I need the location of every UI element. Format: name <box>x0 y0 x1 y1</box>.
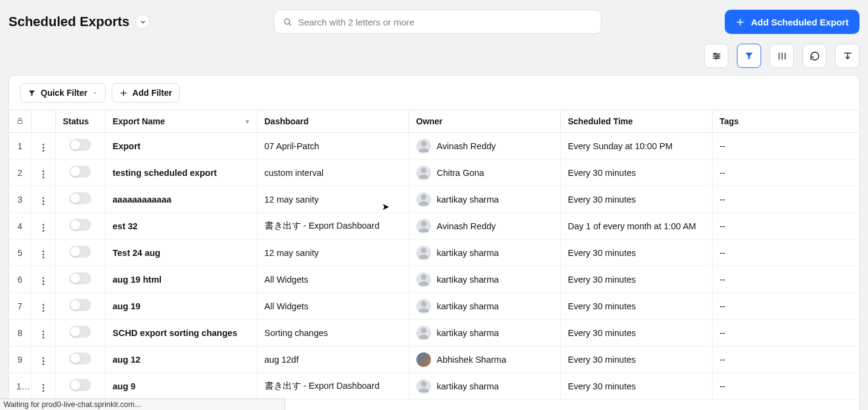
owner-cell[interactable]: kartikay sharma <box>409 373 560 400</box>
status-toggle[interactable] <box>69 139 91 151</box>
status-toggle[interactable] <box>69 219 91 231</box>
column-header-scheduled-time[interactable]: Scheduled Time <box>560 110 712 133</box>
plus-icon <box>120 89 127 97</box>
svg-point-19 <box>421 167 426 173</box>
row-actions[interactable] <box>31 160 55 186</box>
owner-cell[interactable]: kartikay sharma <box>409 320 560 346</box>
search-box[interactable] <box>274 10 602 34</box>
export-name-cell[interactable]: est 32 <box>105 213 257 240</box>
owner-cell[interactable]: kartikay sharma <box>409 266 560 293</box>
column-header-owner[interactable]: Owner <box>409 110 560 133</box>
owner-cell[interactable]: Avinash Reddy <box>409 133 560 160</box>
funnel-icon <box>28 89 36 97</box>
table-row[interactable]: 7aug 19All Widgetskartikay sharmaEvery 3… <box>9 293 859 320</box>
columns-button[interactable] <box>770 44 794 68</box>
filter-button[interactable] <box>737 44 761 68</box>
owner-cell[interactable]: Abhishek Sharma <box>409 346 560 373</box>
kebab-menu-icon[interactable] <box>40 381 47 394</box>
status-toggle[interactable] <box>69 192 91 204</box>
column-header-export-name[interactable]: Export Name ▼ <box>105 110 257 133</box>
table-row[interactable]: 4est 32書き出す - Export DashboardAvinash Re… <box>9 213 859 240</box>
column-header-status[interactable]: Status <box>55 110 105 133</box>
avatar <box>416 246 431 260</box>
row-actions[interactable] <box>31 133 55 160</box>
status-toggle[interactable] <box>69 326 91 338</box>
row-actions[interactable] <box>31 240 55 266</box>
add-filter-button[interactable]: Add Filter <box>112 83 180 102</box>
status-toggle[interactable] <box>69 246 91 258</box>
table-row[interactable]: 10aug 9書き出す - Export Dashboardkartikay s… <box>9 373 859 400</box>
table-row[interactable]: 1Export07 April-PatchAvinash ReddyEvery … <box>9 133 859 160</box>
kebab-menu-icon[interactable] <box>40 221 47 234</box>
dashboard-cell[interactable]: 12 may sanity <box>257 186 409 213</box>
export-name-cell[interactable]: aug 19 <box>105 293 257 320</box>
export-name-cell[interactable]: aug 19 html <box>105 266 257 293</box>
export-name-cell[interactable]: aug 12 <box>105 346 257 373</box>
export-name-cell[interactable]: aug 9 <box>105 373 257 400</box>
row-actions[interactable] <box>31 373 55 400</box>
kebab-menu-icon[interactable] <box>40 328 47 341</box>
row-actions[interactable] <box>31 266 55 293</box>
kebab-menu-icon[interactable] <box>40 355 47 368</box>
row-index: 10 <box>9 373 31 400</box>
row-actions[interactable] <box>31 186 55 213</box>
owner-cell[interactable]: kartikay sharma <box>409 293 560 320</box>
row-actions[interactable] <box>31 320 55 346</box>
status-toggle[interactable] <box>69 379 91 391</box>
quick-filter-label: Quick Filter <box>41 88 87 98</box>
dashboard-cell[interactable]: 書き出す - Export Dashboard <box>257 373 409 400</box>
table-row[interactable]: 6aug 19 htmlAll Widgetskartikay sharmaEv… <box>9 266 859 293</box>
kebab-menu-icon[interactable] <box>40 168 47 181</box>
dashboard-cell[interactable]: All Widgets <box>257 293 409 320</box>
row-status-cell <box>55 240 105 266</box>
row-index: 4 <box>9 213 31 240</box>
svg-point-9 <box>715 57 717 59</box>
row-actions[interactable] <box>31 293 55 320</box>
status-toggle[interactable] <box>69 166 91 178</box>
dashboard-cell[interactable]: Sorting changes <box>257 320 409 346</box>
status-toggle[interactable] <box>69 272 91 284</box>
export-download-button[interactable] <box>835 44 860 68</box>
owner-cell[interactable]: Chitra Gona <box>409 160 560 186</box>
kebab-menu-icon[interactable] <box>40 141 47 154</box>
owner-cell[interactable]: kartikay sharma <box>409 240 560 266</box>
export-name-cell[interactable]: testing scheduled export <box>105 160 257 186</box>
kebab-menu-icon[interactable] <box>40 248 47 261</box>
table-row[interactable]: 9aug 12aug 12dfAbhishek SharmaEvery 30 m… <box>9 346 859 373</box>
search-input[interactable] <box>298 17 592 27</box>
owner-cell[interactable]: Avinash Reddy <box>409 213 560 240</box>
table-row[interactable]: 5Test 24 aug12 may sanitykartikay sharma… <box>9 240 859 266</box>
dashboard-cell[interactable]: custom interval <box>257 160 409 186</box>
export-name-cell[interactable]: aaaaaaaaaaaa <box>105 186 257 213</box>
kebab-menu-icon[interactable] <box>40 301 47 314</box>
sort-indicator-icon: ▼ <box>245 118 251 125</box>
table-row[interactable]: 2testing scheduled exportcustom interval… <box>9 160 859 186</box>
dashboard-cell[interactable]: 12 may sanity <box>257 240 409 266</box>
status-toggle[interactable] <box>69 352 91 365</box>
owner-cell[interactable]: kartikay sharma <box>409 186 560 213</box>
table-row[interactable]: 3aaaaaaaaaaaa12 may sanitykartikay sharm… <box>9 186 859 213</box>
column-header-dashboard[interactable]: Dashboard <box>257 110 409 133</box>
table-row[interactable]: 8SCHD export sorting changesSorting chan… <box>9 320 859 346</box>
title-dropdown-button[interactable] <box>135 15 150 29</box>
status-toggle[interactable] <box>69 299 91 311</box>
column-header-tags[interactable]: Tags <box>712 110 859 133</box>
export-name-cell[interactable]: SCHD export sorting changes <box>105 320 257 346</box>
column-header-lock[interactable] <box>9 110 31 133</box>
dashboard-cell[interactable]: 07 April-Patch <box>257 133 409 160</box>
add-scheduled-export-button[interactable]: Add Scheduled Export <box>725 10 860 34</box>
kebab-menu-icon[interactable] <box>40 275 47 287</box>
svg-rect-17 <box>18 121 22 124</box>
dashboard-cell[interactable]: All Widgets <box>257 266 409 293</box>
refresh-button[interactable] <box>802 44 827 68</box>
kebab-menu-icon[interactable] <box>40 195 47 207</box>
quick-filter-button[interactable]: Quick Filter <box>20 83 106 102</box>
row-actions[interactable] <box>31 213 55 240</box>
export-name-cell[interactable]: Test 24 aug <box>105 240 257 266</box>
export-name-cell[interactable]: Export <box>105 133 257 160</box>
dashboard-cell[interactable]: aug 12df <box>257 346 409 373</box>
sliders-button[interactable] <box>704 44 728 68</box>
dashboard-cell[interactable]: 書き出す - Export Dashboard <box>257 213 409 240</box>
svg-point-7 <box>714 53 716 55</box>
row-actions[interactable] <box>31 346 55 373</box>
